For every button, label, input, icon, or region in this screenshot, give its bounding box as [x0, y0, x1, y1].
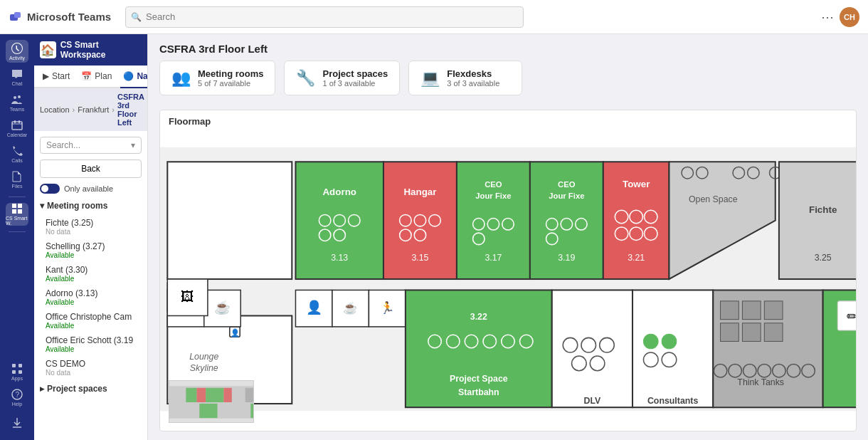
- search-container: 🔍: [125, 6, 524, 28]
- room-item-adorno[interactable]: Adorno (3.13) Available: [40, 286, 142, 309]
- room-item-eric[interactable]: Office Eric Schott (3.19 Available: [40, 332, 142, 356]
- room-item-demo[interactable]: CS DEMO No data: [40, 356, 142, 379]
- svg-text:Adorno: Adorno: [322, 187, 356, 197]
- search-input[interactable]: [125, 6, 524, 28]
- sidebar-divider-2: [9, 231, 26, 232]
- svg-text:👤: 👤: [231, 328, 240, 337]
- sidebar-item-help[interactable]: ? Help: [6, 386, 28, 409]
- svg-text:Fichte: Fichte: [809, 204, 837, 215]
- meeting-rooms-icon: 👥: [171, 69, 191, 88]
- sidebar-divider: [9, 197, 26, 197]
- svg-rect-6: [18, 204, 22, 208]
- svg-rect-9: [12, 364, 16, 367]
- app-logo-icon: 🏠: [40, 41, 56, 58]
- sidebar-item-download[interactable]: [6, 412, 28, 434]
- main-layout: Activity Chat Teams Calendar Calls Files…: [0, 34, 868, 440]
- svg-rect-145: [250, 404, 254, 418]
- svg-point-96: [643, 334, 658, 349]
- svg-text:CEO: CEO: [485, 180, 502, 189]
- stat-meeting-info: Meeting rooms 5 of 7 available: [198, 68, 263, 88]
- floormap-title: Floormap: [160, 110, 856, 130]
- nav-start[interactable]: ▶ Start: [40, 66, 73, 88]
- nav-navigate[interactable]: 🔵 Navigate: [120, 66, 148, 88]
- svg-text:Open Space: Open Space: [689, 194, 738, 204]
- svg-text:☕: ☕: [214, 299, 231, 315]
- toggle-label: Only available: [64, 184, 113, 193]
- breadcrumb-sep1: ›: [73, 105, 75, 114]
- sidebar-item-files[interactable]: Files: [6, 168, 28, 191]
- sidebar-item-app[interactable]: CS Smart W.: [6, 203, 28, 226]
- svg-text:Lounge: Lounge: [189, 352, 218, 362]
- svg-text:🏃: 🏃: [380, 300, 395, 315]
- breadcrumb-sep2: ›: [112, 105, 115, 114]
- project-spaces-label: Project spaces: [47, 384, 107, 394]
- svg-rect-139: [197, 388, 206, 402]
- floor-svg: Lounge Skyline 👤 Adorno 3.13: [160, 130, 856, 429]
- project-spaces-header[interactable]: ▸ Project spaces: [40, 384, 142, 394]
- stat-flexdesks: 💻 Flexdesks 3 of 3 available: [408, 61, 522, 95]
- svg-rect-101: [742, 301, 761, 320]
- app-sidebar: 🏠 CS Smart Workspace ▶ Start 📅 Plan 🔵 Na…: [34, 34, 148, 440]
- svg-text:Project Space: Project Space: [450, 374, 508, 384]
- svg-rect-10: [18, 364, 22, 367]
- sidebar-item-teams[interactable]: Teams: [6, 91, 28, 114]
- svg-rect-4: [12, 122, 22, 130]
- svg-rect-11: [12, 370, 16, 374]
- sidebar-item-calendar[interactable]: Calendar: [6, 117, 28, 140]
- svg-rect-7: [12, 209, 16, 214]
- only-available-toggle[interactable]: [40, 184, 60, 194]
- stat-project-label: Project spaces: [322, 68, 388, 79]
- sidebar-content: Search... ▾ Back Only available ▾ Meetin…: [34, 131, 147, 440]
- svg-rect-102: [764, 301, 783, 320]
- chevron-down-icon: ▾: [131, 140, 135, 150]
- back-button[interactable]: Back: [40, 159, 142, 178]
- svg-rect-5: [12, 204, 16, 208]
- topbar: Microsoft Teams 🔍 ⋯ CH: [0, 0, 868, 34]
- svg-rect-141: [223, 388, 231, 402]
- svg-text:Consultants: Consultants: [647, 396, 698, 406]
- floormap-container: Floormap Lounge Skyline 👤: [159, 110, 857, 431]
- meeting-rooms-section-header[interactable]: ▾ Meeting rooms: [40, 201, 142, 211]
- svg-text:Jour Fixe: Jour Fixe: [475, 192, 511, 200]
- stat-meeting-rooms: 👥 Meeting rooms 5 of 7 available: [159, 61, 275, 95]
- room-consultants[interactable]: [633, 290, 713, 407]
- stat-meeting-sub: 5 of 7 available: [198, 79, 263, 88]
- room-item-christophe[interactable]: Office Christophe Cam Available: [40, 309, 142, 332]
- sidebar-search-dropdown[interactable]: Search... ▾: [40, 137, 142, 154]
- breadcrumb-current: CSFRA 3rd Floor Left: [117, 93, 144, 127]
- svg-text:3.19: 3.19: [558, 253, 575, 263]
- svg-text:3.22: 3.22: [470, 312, 487, 322]
- svg-point-2: [14, 96, 16, 99]
- svg-text:3.25: 3.25: [815, 253, 832, 263]
- svg-rect-144: [199, 404, 217, 418]
- search-icon: 🔍: [131, 12, 142, 22]
- toggle-row: Only available: [40, 184, 142, 194]
- room-item-schelling[interactable]: Schelling (3.27) Available: [40, 239, 142, 262]
- topbar-right: ⋯ CH: [821, 7, 859, 27]
- nav-plan[interactable]: 📅 Plan: [78, 66, 115, 88]
- floor-title: CSFRA 3rd Floor Left: [159, 43, 857, 55]
- sidebar-item-apps-store[interactable]: Apps: [6, 360, 28, 383]
- floormap-canvas[interactable]: Lounge Skyline 👤 Adorno 3.13: [160, 130, 856, 429]
- sidebar-item-activity[interactable]: Activity: [6, 40, 28, 63]
- project-spaces-section: ▸ Project spaces: [40, 384, 142, 394]
- avatar: CH: [840, 7, 859, 27]
- room-item-fichte[interactable]: Fichte (3.25) No data: [40, 215, 142, 239]
- svg-text:👤: 👤: [306, 299, 323, 315]
- minimap: [169, 380, 254, 423]
- svg-rect-104: [742, 323, 761, 342]
- svg-rect-12: [18, 370, 22, 374]
- svg-text:☕: ☕: [343, 300, 358, 315]
- chevron-down-icon: ▾: [40, 201, 44, 211]
- svg-text:🖼: 🖼: [181, 289, 194, 304]
- sidebar-item-chat[interactable]: Chat: [6, 66, 28, 88]
- sidebar-item-calls[interactable]: Calls: [6, 142, 28, 165]
- breadcrumb: Location › Frankfurt › CSFRA 3rd Floor L…: [34, 88, 147, 131]
- chevron-right-icon: ▸: [40, 384, 44, 394]
- room-item-kant[interactable]: Kant (3.30) Available: [40, 262, 142, 286]
- flexdesks-icon: 💻: [420, 69, 440, 88]
- more-options-button[interactable]: ⋯: [821, 9, 834, 25]
- svg-rect-138: [186, 388, 196, 402]
- stat-meeting-label: Meeting rooms: [198, 68, 263, 79]
- app-sidebar-header: 🏠 CS Smart Workspace: [34, 34, 147, 66]
